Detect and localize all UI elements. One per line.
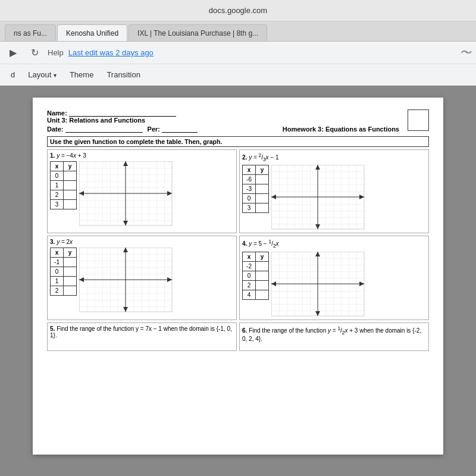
date-label: Date: (47, 126, 64, 133)
menu-item-theme[interactable]: Theme (64, 68, 99, 82)
per-underline (162, 132, 198, 133)
wavy-icon: 〜 (459, 45, 471, 61)
problem-6-text: Find the range of the function y = 1/2x … (242, 327, 421, 342)
tab-1[interactable]: ns as Fu... (5, 24, 56, 41)
per-label: Per: (148, 126, 160, 133)
tab-3[interactable]: IXL | The Louisiana Purchase | 8th g... (129, 24, 267, 41)
menu-item-layout[interactable]: Layout (22, 68, 62, 82)
last-edit-label[interactable]: Last edit was 2 days ago (68, 48, 154, 57)
problem-3-table: x y -1 0 1 2 (50, 248, 77, 296)
unit-box (408, 109, 429, 131)
problem-1-title: 1. y = −4x + 3 (50, 152, 234, 159)
problem-6-number: 6. (242, 327, 249, 334)
bottom-problems-grid: 5. Find the range of the function y = 7x… (47, 322, 429, 351)
menu-bar: d Layout Theme Transition (0, 64, 476, 86)
problem-4-content: x y -2 0 2 4 (242, 252, 426, 317)
menu-item-transition[interactable]: Transition (101, 68, 146, 82)
problem-3: 3. y = 2x x y -1 0 1 2 (47, 236, 237, 320)
name-line: Name: (47, 109, 429, 117)
date-underline (65, 132, 143, 133)
name-label: Name: (47, 109, 67, 117)
slide-page: Name: Unit 3: Relations and Functions Da… (33, 98, 443, 455)
problem-4: 4. y = 5 − 1/2x x y -2 0 2 4 (239, 236, 429, 320)
date-line: Date: (47, 126, 143, 133)
per-line: Per: (148, 126, 198, 133)
problems-grid: 1. y = −4x + 3 x y 0 1 2 3 (47, 149, 429, 320)
unit-label: Unit 3: Relations and Functions (47, 117, 145, 124)
problem-2-title: 2. y = 2/3x − 1 (242, 152, 426, 162)
problem-1: 1. y = −4x + 3 x y 0 1 2 3 (47, 149, 237, 233)
problem-4-graph (271, 252, 367, 317)
problem-5-number: 5. (50, 325, 57, 332)
problem-3-content: x y -1 0 1 2 (50, 248, 234, 313)
browser-url-bar: docs.google.com (0, 0, 476, 21)
main-content-area: Name: Unit 3: Relations and Functions Da… (0, 86, 476, 476)
problem-4-table: x y -2 0 2 4 (242, 252, 269, 300)
problem-2-table: x y -6 -3 0 3 (242, 165, 269, 213)
problem-1-graph (79, 161, 174, 227)
problem-2: 2. y = 2/3x − 1 x y -6 -3 0 3 (239, 149, 429, 233)
tabs-bar: ns as Fu... Kenosha Unified IXL | The Lo… (0, 21, 476, 42)
problem-4-title: 4. y = 5 − 1/2x (242, 239, 426, 249)
problem-2-content: x y -6 -3 0 3 (242, 165, 426, 230)
help-label: Help (48, 48, 64, 57)
bottom-problem-5: 5. Find the range of the function y = 7x… (47, 322, 237, 351)
date-per-row: Date: Per: Homework 3: Equations as Func… (47, 126, 429, 133)
problem-1-table: x y 0 1 2 3 (50, 161, 77, 209)
header-right: Unit 3: Relations and Functions (47, 117, 145, 124)
problem-3-title: 3. y = 2x (50, 239, 234, 245)
problem-1-content: x y 0 1 2 3 (50, 161, 234, 227)
app-toolbar: ▶ ↻ Help Last edit was 2 days ago 〜 (0, 42, 476, 64)
problem-2-graph (271, 165, 367, 230)
doc-header: Name: Unit 3: Relations and Functions Da… (47, 109, 429, 133)
homework-label: Homework 3: Equations as Functions (283, 126, 399, 133)
tab-2[interactable]: Kenosha Unified (57, 24, 127, 41)
refresh-icon-btn[interactable]: ↻ (26, 45, 43, 61)
instructions-box: Use the given function to complete the t… (47, 136, 429, 147)
menu-item-d[interactable]: d (5, 68, 21, 82)
bottom-problem-6: 6. Find the range of the function y = 1/… (239, 322, 429, 351)
problem-3-graph (79, 248, 174, 313)
back-icon-btn[interactable]: ▶ (5, 45, 21, 61)
problem-5-text: Find the range of the function y = 7x − … (50, 325, 232, 339)
